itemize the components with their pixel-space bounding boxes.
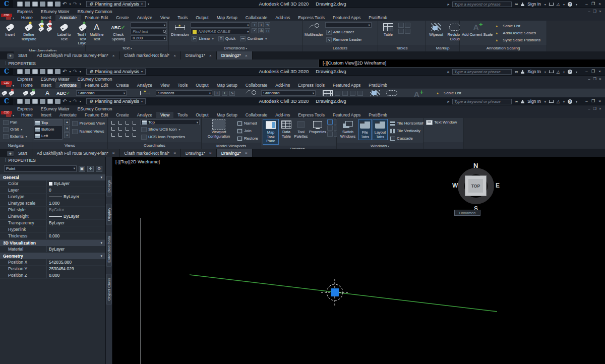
sign-in-button[interactable]: Sign In — [527, 2, 540, 7]
qat-customize-icon[interactable]: ▾ — [148, 2, 149, 6]
label-tag-icon[interactable] — [23, 90, 29, 96]
close-tab-icon[interactable]: × — [173, 151, 176, 155]
infocenter-toggle-icon[interactable] — [447, 2, 449, 7]
tag-icon[interactable] — [9, 90, 15, 96]
quick-button[interactable]: ⊓Quick — [217, 35, 236, 42]
save-as-icon[interactable] — [40, 69, 45, 74]
ucs-icon[interactable] — [110, 132, 116, 137]
dim-inspect-icon[interactable]: □ — [265, 28, 270, 33]
ucs-named-combo[interactable]: Top — [140, 119, 200, 125]
doc-minimize-button[interactable]: – — [586, 8, 592, 15]
workspace-switcher[interactable]: Planning and Analysis ▾ — [86, 98, 146, 104]
ucs-icon[interactable] — [110, 126, 116, 131]
redo-icon[interactable]: ↷ — [73, 69, 77, 74]
close-tab-icon[interactable]: × — [209, 53, 212, 58]
sign-in-button[interactable]: Sign In — [527, 99, 540, 104]
new-tab-button[interactable]: + — [7, 151, 14, 156]
autodesk-app-icon[interactable] — [557, 99, 560, 104]
app-logo[interactable]: C — [0, 97, 13, 105]
file-tab[interactable]: Start× — [14, 149, 32, 157]
dim-jog-icon[interactable]: ∿ — [265, 22, 270, 27]
ribbon-tab[interactable]: Insert — [37, 112, 55, 118]
search-input[interactable] — [452, 99, 512, 104]
property-row[interactable]: Plot style ByColor — [0, 207, 105, 213]
tag-icon[interactable] — [2, 90, 8, 96]
ribbon-tab[interactable]: Insert — [37, 82, 55, 88]
view-list-item[interactable]: Bottom — [34, 126, 62, 133]
ribbon-tab[interactable]: PratiBimb — [365, 82, 391, 88]
view-list-item[interactable]: Left — [34, 133, 62, 139]
add-leader-button[interactable]: ↗Add Leader — [325, 29, 372, 35]
text-style-combo[interactable]: Standard — [76, 90, 127, 96]
dim-layer-combo[interactable]: NAWRAS CABLE — [191, 29, 250, 34]
scaling-item-button[interactable]: Add/Delete Scales — [495, 30, 541, 36]
infocenter-toggle-icon[interactable] — [447, 99, 449, 104]
autodesk-app-icon[interactable] — [557, 69, 560, 74]
quick-select-icon[interactable]: ⚙ — [96, 166, 102, 172]
property-row[interactable]: Linetype scale 1.000 — [0, 200, 105, 207]
doc-restore-button[interactable]: ❐ — [592, 76, 597, 82]
ucs-icon[interactable] — [132, 126, 137, 131]
undo-icon[interactable]: ↶ — [63, 2, 67, 7]
ribbon-tab[interactable]: Featured Apps — [329, 112, 365, 118]
file-tab[interactable]: Clash marked-Not final*× — [119, 51, 180, 59]
doc-restore-button[interactable]: ❐ — [592, 105, 597, 112]
properties-palette-button[interactable]: Properties — [309, 119, 326, 135]
save-as-icon[interactable] — [40, 2, 45, 7]
menu-item[interactable]: Express — [17, 77, 33, 82]
scale-list-button[interactable]: Scale List — [436, 90, 462, 96]
doc-close-button[interactable]: × — [597, 8, 603, 15]
open-file-icon[interactable] — [25, 69, 30, 74]
open-file-icon[interactable] — [25, 2, 30, 7]
navigate-button[interactable]: Orbit▾ — [2, 126, 23, 133]
ribbon-tab[interactable]: Create — [112, 15, 133, 21]
window-arrange-button[interactable]: Cascade — [389, 135, 427, 142]
ribbon-tab[interactable]: Map Setup — [213, 15, 241, 21]
file-tab[interactable]: Ad Dakhiliyah Full route Survey-Plan*× — [32, 51, 119, 59]
linear-button[interactable]: ⊢Linear▾ — [191, 35, 214, 42]
ribbon-tab[interactable]: Annotate — [55, 112, 81, 118]
window-arrange-button[interactable]: Tile Horizontally — [389, 120, 427, 127]
ucs-icon[interactable] — [117, 120, 123, 125]
table-link-icon[interactable] — [342, 91, 348, 96]
new-tab-button[interactable]: + — [7, 53, 14, 59]
ribbon-tab[interactable]: Create — [112, 82, 133, 88]
ribbon-tab[interactable]: View — [156, 112, 173, 118]
data-table-button[interactable]: Data Table — [280, 119, 293, 139]
palette-icon[interactable] — [327, 126, 333, 131]
export-icon[interactable] — [47, 99, 53, 104]
ribbon-tab[interactable]: Insert — [37, 15, 55, 21]
ribbon-tab[interactable]: Analyze — [133, 112, 156, 118]
close-button[interactable]: × — [596, 97, 603, 105]
continue-button[interactable]: ⊶Continue▾ — [239, 35, 268, 42]
minimize-button[interactable]: – — [583, 68, 590, 76]
export-icon[interactable] — [47, 69, 53, 74]
close-button[interactable]: × — [596, 68, 603, 76]
close-tab-icon[interactable]: × — [112, 151, 115, 155]
help-icon[interactable]: ? — [568, 70, 572, 74]
text-layer-tag-icon[interactable] — [30, 90, 36, 96]
plot-icon[interactable] — [55, 69, 60, 74]
menu-item[interactable]: ESurvey Water — [41, 106, 70, 111]
restore-button[interactable]: ❐ — [590, 97, 596, 105]
navigate-button[interactable]: Extents▾ — [2, 133, 28, 140]
ribbon-tab[interactable]: PratiBimb — [365, 15, 391, 21]
property-row[interactable]: Color ByLayer — [0, 180, 105, 187]
search-icon[interactable] — [515, 99, 518, 104]
palette-icon[interactable] — [327, 119, 333, 125]
insert-button[interactable]: Insert — [2, 22, 19, 38]
named-views-button[interactable]: Named Views — [71, 128, 106, 135]
multileader-icon[interactable] — [245, 90, 256, 96]
define-template-button[interactable]: Define Template — [20, 22, 37, 42]
workspace-switcher[interactable]: Planning and Analysis ▾ — [86, 69, 146, 75]
save-icon[interactable] — [32, 69, 38, 74]
ribbon-tab[interactable]: Output — [192, 82, 213, 88]
ucs-icon[interactable] — [132, 120, 137, 125]
view-list-up-icon[interactable]: ▴ — [64, 119, 70, 125]
table-style-icon[interactable] — [357, 91, 363, 96]
section-header-general[interactable]: General — [0, 174, 105, 180]
table-link-icon[interactable] — [405, 23, 410, 28]
ribbon-tab[interactable]: Add-ins — [271, 15, 294, 21]
ribbon-tab[interactable]: Feature Edit — [81, 82, 112, 88]
palette-icon[interactable] — [327, 132, 333, 137]
